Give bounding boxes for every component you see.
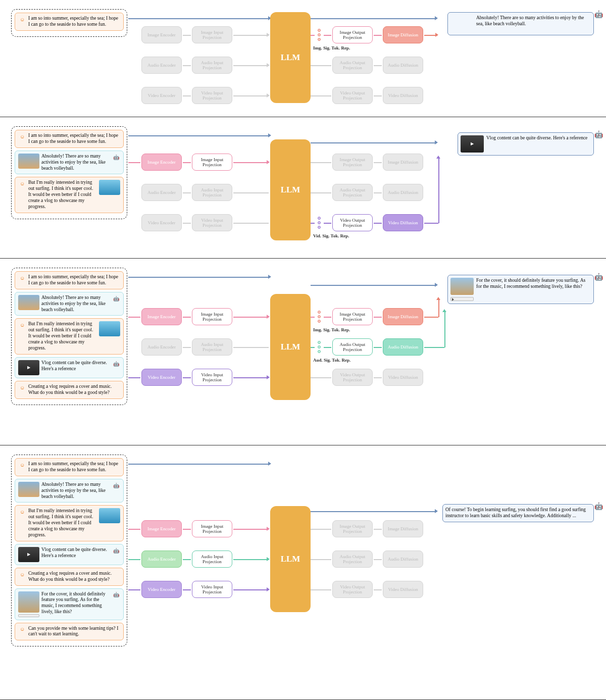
panel-1: ☺I am so into summer, especially the sea… xyxy=(0,0,606,117)
bot-msg: Absolutely! There are so many activities… xyxy=(15,151,124,175)
output-text: Of course! To begin learning surfing, yo… xyxy=(445,507,591,519)
llm-label: LLM xyxy=(281,53,300,63)
aud-sig-tokens xyxy=(315,338,323,356)
thumb-surf xyxy=(99,180,120,195)
image-diffusion: Image Diffusion xyxy=(383,26,423,43)
audio-output-projection: Audio Output Projection xyxy=(332,57,373,74)
msg-text: I am so into summer, especially the sea;… xyxy=(28,16,120,28)
conversation-box: ☺I am so into summer, especially the sea… xyxy=(11,9,127,37)
video-encoder: Video Encoder xyxy=(141,87,182,104)
user-msg: ☺But I'm really interested in trying out… xyxy=(15,177,124,213)
image-encoder: Image Encoder xyxy=(141,26,182,43)
img-tok-label: Img. Sig. Tok. Rep. xyxy=(313,45,350,51)
thumb-beach xyxy=(18,154,39,169)
conversation-box: ☺I am so into summer, especially the sea… xyxy=(11,455,127,646)
llm-block: LLM xyxy=(270,294,311,400)
img-sig-tokens xyxy=(315,308,323,325)
conversation-box: ☺I am so into summer, especially the sea… xyxy=(11,268,127,405)
image-input-projection: Image Input Projection xyxy=(192,154,232,171)
robot-avatar-icon: 🤖 xyxy=(112,154,120,162)
video-output-projection: Video Output Projection xyxy=(332,214,373,231)
vid-sig-tokens xyxy=(315,214,323,231)
robot-avatar-icon: 🤖 xyxy=(594,502,603,511)
output-audio-bar xyxy=(450,297,474,301)
image-output-projection: Image Output Projection xyxy=(332,26,373,43)
img-sig-tokens xyxy=(315,26,323,43)
video-input-projection: Video Input Projection xyxy=(192,87,232,104)
panel-2: ☺I am so into summer, especially the sea… xyxy=(0,117,606,259)
output-image-thumb xyxy=(450,278,474,295)
output-text: Absolutely! There are so many activities… xyxy=(476,15,591,32)
conversation-box: ☺I am so into summer, especially the sea… xyxy=(11,126,127,219)
output-text: Vlog content can be quite diverse. Here'… xyxy=(486,135,591,153)
image-encoder: Image Encoder xyxy=(141,154,182,171)
llm-block: LLM xyxy=(270,12,311,103)
panel-3: ☺I am so into summer, especially the sea… xyxy=(0,259,606,445)
output-bubble: Vlog content can be quite diverse. Here'… xyxy=(458,132,594,156)
user-msg: ☺I am so into summer, especially the sea… xyxy=(15,130,124,148)
robot-avatar-icon: 🤖 xyxy=(594,273,603,281)
arrow-text-to-llm xyxy=(128,18,270,19)
llm-block: LLM xyxy=(270,506,311,612)
video-output-projection: Video Output Projection xyxy=(332,87,373,104)
output-text: For the cover, it should definitely feat… xyxy=(476,278,591,301)
image-input-projection: Image Input Projection xyxy=(192,26,232,43)
output-bubble: Of course! To begin learning surfing, yo… xyxy=(442,504,594,522)
audio-diffusion: Audio Diffusion xyxy=(383,57,423,74)
output-bubble: Absolutely! There are so many activities… xyxy=(447,12,594,35)
robot-avatar-icon: 🤖 xyxy=(594,10,603,19)
output-bubble: For the cover, it should definitely feat… xyxy=(447,275,594,304)
user-avatar-icon: ☺ xyxy=(18,16,26,24)
llm-block: LLM xyxy=(270,139,311,240)
output-image-thumb xyxy=(450,15,474,32)
video-diffusion: Video Diffusion xyxy=(383,214,423,231)
vid-tok-label: Vid. Sig. Tok. Rep. xyxy=(313,233,349,238)
audio-encoder: Audio Encoder xyxy=(141,57,182,74)
panel-4: ☺I am so into summer, especially the sea… xyxy=(0,445,606,700)
user-msg: ☺I am so into summer, especially the sea… xyxy=(15,13,124,31)
robot-avatar-icon: 🤖 xyxy=(594,130,603,139)
output-video-thumb xyxy=(461,135,484,153)
audio-input-projection: Audio Input Projection xyxy=(192,57,232,74)
video-diffusion: Video Diffusion xyxy=(383,87,423,104)
